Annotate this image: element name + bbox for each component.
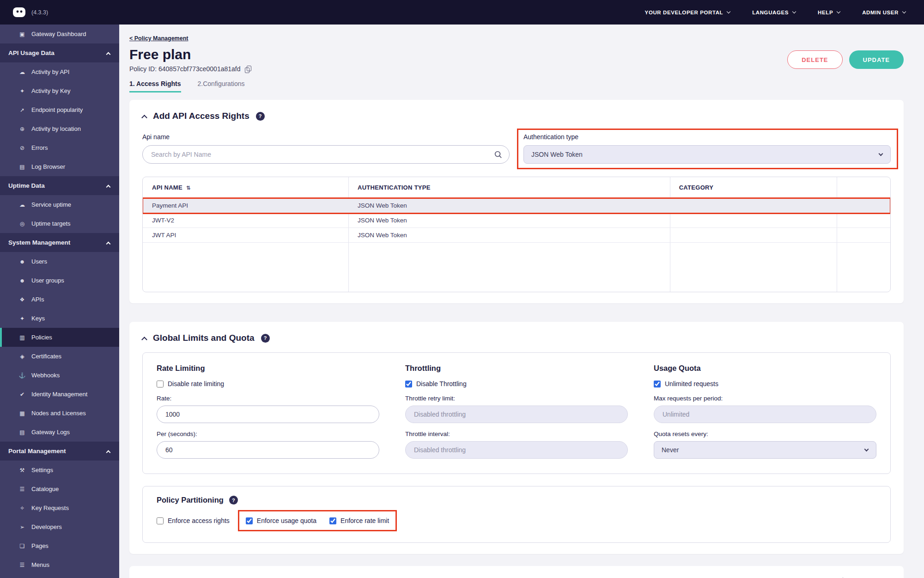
help-icon[interactable]: ? (261, 334, 270, 343)
sidebar-item-gateway-dashboard[interactable]: ▣ Gateway Dashboard (0, 25, 119, 43)
api-search-input[interactable] (142, 145, 510, 164)
column-header-label: API NAME (152, 184, 182, 191)
unlimited-requests-checkbox[interactable] (654, 381, 661, 387)
policy-partitioning-box: Policy Partitioning ? Enforce access rig… (142, 486, 891, 543)
delete-button[interactable]: DELETE (787, 50, 842, 69)
enforce-access-rights-checkbox[interactable] (157, 517, 164, 524)
policy-partitioning-title: Policy Partitioning (157, 496, 224, 504)
chevron-down-icon (792, 9, 796, 13)
cloud-icon: ☁ (18, 69, 26, 75)
max-requests-label: Max requests per period: (654, 395, 876, 402)
collapse-chevron-icon[interactable] (141, 115, 147, 121)
sidebar-item-activity-by-api[interactable]: ☁ Activity by API (0, 62, 119, 81)
enforce-usage-quota-checkbox[interactable] (246, 517, 253, 524)
annotation-box-partition-checkboxes: Enforce usage quota Enforce rate limit (238, 510, 397, 531)
sidebar-item-label: Errors (31, 144, 48, 151)
sidebar-section-system-management[interactable]: System Management (0, 233, 119, 252)
sidebar-item-catalogue[interactable]: ☰ Catalogue (0, 480, 119, 498)
rate-input[interactable] (157, 406, 379, 423)
help-icon[interactable]: ? (256, 112, 265, 121)
menu-developer-portal[interactable]: YOUR DEVELOPER PORTAL (645, 10, 730, 15)
chevron-down-icon (902, 9, 906, 13)
sidebar-item-identity-management[interactable]: ✔ Identity Management (0, 385, 119, 404)
disable-rate-limiting-checkbox[interactable] (157, 381, 164, 387)
tab-access-rights[interactable]: 1. Access Rights (129, 80, 181, 92)
menu-admin-user[interactable]: ADMIN USER (862, 10, 906, 15)
table-row[interactable]: JWT-V2 JSON Web Token (143, 213, 890, 228)
per-seconds-input[interactable] (157, 441, 379, 459)
sidebar-item-user-groups[interactable]: ☻ User groups (0, 271, 119, 290)
rate-limiting-column: Rate Limiting Disable rate limiting Rate… (157, 364, 379, 459)
sidebar-item-label: APIs (31, 296, 44, 303)
sidebar-item-key-requests[interactable]: ✧ Key Requests (0, 498, 119, 517)
usage-quota-title: Usage Quota (654, 364, 876, 373)
menu-help[interactable]: HELP (818, 10, 840, 15)
sidebar-item-certificates[interactable]: ◈ Certificates (0, 347, 119, 366)
column-header-category: CATEGORY (670, 184, 837, 191)
tab-bar: 1. Access Rights 2.Configurations (129, 80, 251, 92)
card-global-limits: Global Limits and Quota ? Rate Limiting … (129, 322, 904, 554)
copy-icon[interactable] (245, 66, 251, 73)
sidebar-item-label: Webhooks (31, 372, 60, 379)
chevron-down-icon (837, 9, 840, 13)
auth-type-value: JSON Web Token (531, 151, 583, 158)
settings-icon: ⚒ (18, 467, 26, 473)
table-row[interactable]: JWT API JSON Web Token (143, 228, 890, 243)
sidebar-item-activity-by-key[interactable]: ✦ Activity by Key (0, 81, 119, 100)
menu-label: LANGUAGES (752, 10, 789, 15)
chevron-down-icon (879, 152, 883, 156)
menu-languages[interactable]: LANGUAGES (752, 10, 796, 15)
sidebar-item-pages[interactable]: ❏ Pages (0, 536, 119, 555)
sidebar-item-apis[interactable]: ❖ APIs (0, 290, 119, 309)
sidebar-item-keys[interactable]: ✦ Keys (0, 309, 119, 328)
sidebar-item-activity-by-location[interactable]: ⊕ Activity by location (0, 119, 119, 138)
sidebar-item-users[interactable]: ☻ Users (0, 252, 119, 271)
sidebar-item-errors[interactable]: ⊘ Errors (0, 138, 119, 157)
sidebar-item-webhooks[interactable]: ⚓ Webhooks (0, 366, 119, 385)
section-title: Add API Access Rights (153, 111, 249, 121)
disable-throttling-checkbox[interactable] (405, 381, 412, 387)
breadcrumb[interactable]: < Policy Management (129, 35, 188, 42)
checkbox-label: Unlimited requests (665, 380, 718, 387)
sidebar-item-service-uptime[interactable]: ☁ Service uptime (0, 195, 119, 214)
throttle-interval-label: Throttle interval: (405, 430, 628, 437)
nodes-icon: ▦ (18, 410, 26, 417)
sidebar-item-nodes-and-licenses[interactable]: ▦ Nodes and Licenses (0, 404, 119, 423)
sidebar-item-developers[interactable]: ➢ Developers (0, 517, 119, 536)
sidebar-section-uptime-data[interactable]: Uptime Data (0, 176, 119, 195)
target-icon: ◎ (18, 221, 26, 227)
sidebar-item-endpoint-popularity[interactable]: ➚ Endpoint popularity (0, 100, 119, 119)
tab-configurations[interactable]: 2.Configurations (198, 80, 245, 92)
column-header-api-name[interactable]: API NAME⇅ (143, 184, 348, 191)
auth-type-select[interactable]: JSON Web Token (523, 145, 891, 164)
sidebar-item-settings[interactable]: ⚒ Settings (0, 461, 119, 480)
chevron-down-icon (727, 9, 730, 13)
chevron-up-icon (106, 241, 111, 246)
sidebar-item-log-browser[interactable]: ▤ Log Browser (0, 157, 119, 176)
update-button[interactable]: UPDATE (849, 50, 904, 69)
main-content: < Policy Management Free plan Policy ID:… (119, 25, 924, 578)
key-requests-icon: ✧ (18, 505, 26, 511)
usage-quota-column: Usage Quota Unlimited requests Max reque… (654, 364, 876, 459)
sidebar-item-label: Activity by Key (31, 87, 71, 94)
sidebar-item-menus[interactable]: ☰ Menus (0, 555, 119, 574)
sidebar-item-label: Service uptime (31, 201, 71, 208)
collapse-chevron-icon[interactable] (141, 337, 147, 343)
sidebar-item-gateway-logs[interactable]: ▤ Gateway Logs (0, 423, 119, 442)
max-requests-input (654, 406, 876, 423)
log-icon: ▤ (18, 164, 26, 170)
sidebar-section-api-usage-data[interactable]: API Usage Data (0, 43, 119, 62)
api-icon: ❖ (18, 296, 26, 303)
tyk-logo (12, 6, 27, 18)
table-row[interactable]: Payment API JSON Web Token (143, 198, 890, 213)
sidebar-item-label: Key Requests (31, 504, 69, 511)
sidebar-item-uptime-targets[interactable]: ◎ Uptime targets (0, 214, 119, 233)
enforce-rate-limit-checkbox[interactable] (329, 517, 336, 524)
sidebar-item-label: Policies (31, 334, 52, 341)
sidebar-item-label: Menus (31, 561, 49, 568)
sidebar-item-policies[interactable]: ▥ Policies (0, 328, 119, 347)
quota-resets-select[interactable]: Never (654, 441, 876, 459)
help-icon[interactable]: ? (229, 496, 238, 504)
sidebar-section-portal-management[interactable]: Portal Management (0, 442, 119, 461)
sidebar-section-label: API Usage Data (8, 49, 55, 56)
